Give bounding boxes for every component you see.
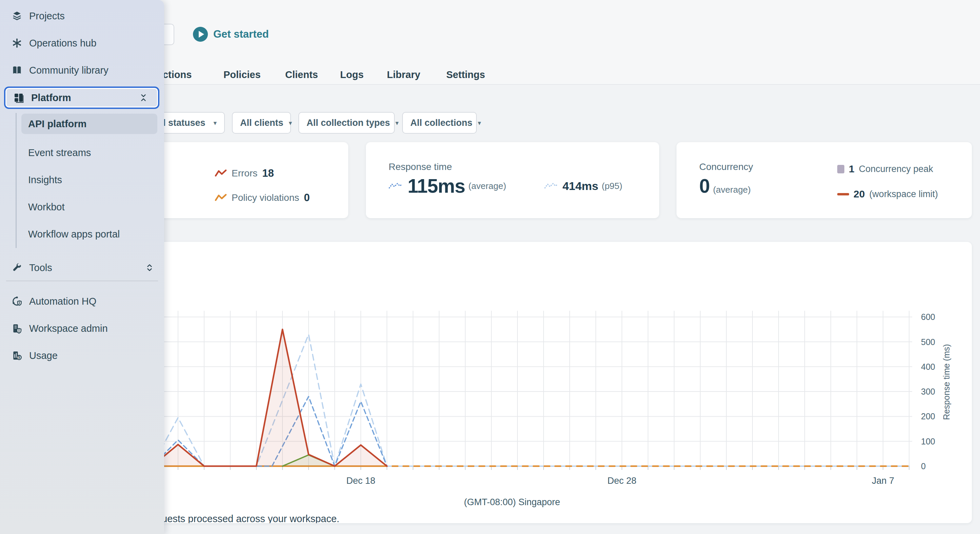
get-started-button[interactable]: Get started xyxy=(193,27,269,42)
concurrency-avg-qualifier: (average) xyxy=(713,185,751,195)
svg-text:400: 400 xyxy=(921,362,935,371)
sidebar-item-workspace-admin[interactable]: Workspace admin xyxy=(0,317,164,339)
sidebar-subitem-label: Event streams xyxy=(28,147,91,158)
policy-violations-label: Policy violations xyxy=(232,192,299,203)
p95-response-qualifier: (p95) xyxy=(602,181,623,191)
svg-text:Jan 7: Jan 7 xyxy=(872,476,894,486)
sidebar-item-label: Automation HQ xyxy=(29,296,96,307)
concurrency-card: Concurrency 0 (average) 1 Concurrency pe… xyxy=(676,142,972,218)
expand-icon[interactable] xyxy=(145,263,154,272)
errors-value: 18 xyxy=(262,167,274,180)
workspace-limit-value: 20 xyxy=(854,188,865,200)
filter-all-collection-types[interactable]: All collection types ▾ xyxy=(298,112,395,134)
filter-label: All collections xyxy=(410,118,473,128)
sidebar-subitem-event-streams[interactable]: Event streams xyxy=(21,142,158,163)
response-time-card: Response time 115ms (average) 414ms (p95… xyxy=(366,142,659,218)
chart-title-fragment: uests processed across your workspace. xyxy=(162,513,339,523)
chevron-down-icon: ▾ xyxy=(213,119,217,127)
tab-clients[interactable]: Clients xyxy=(285,69,318,80)
errors-card: Errors 18 Policy violations 0 xyxy=(142,142,348,218)
p95-response-trend-icon xyxy=(544,182,558,190)
concurrency-avg-value: 0 xyxy=(699,175,710,197)
filter-all-collections[interactable]: All collections ▾ xyxy=(402,112,477,134)
sidebar-item-projects[interactable]: Projects xyxy=(0,5,164,27)
automation-hq-icon xyxy=(11,295,23,307)
sidebar-subitem-label: Workbot xyxy=(28,201,64,213)
p95-response-value: 414ms xyxy=(563,180,598,193)
submenu-guide-line xyxy=(16,113,17,248)
tab-logs[interactable]: Logs xyxy=(340,69,364,80)
concurrency-peak-value: 1 xyxy=(849,163,854,175)
filter-label: All collection types xyxy=(307,118,390,128)
usage-icon: $ xyxy=(11,350,23,361)
concurrency-peak-icon xyxy=(837,165,844,173)
chart-timezone-label: (GMT-08:00) Singapore xyxy=(444,497,580,507)
sidebar-item-platform[interactable]: Platform xyxy=(4,86,159,109)
sidebar-item-label: Community library xyxy=(29,65,108,76)
sidebar-subitem-insights[interactable]: Insights xyxy=(21,170,158,190)
workspace-limit-icon xyxy=(837,193,849,195)
svg-text:600: 600 xyxy=(921,312,935,322)
sidebar-subitem-label: API platform xyxy=(28,118,86,129)
sidebar-item-label: Projects xyxy=(29,11,65,22)
policy-violations-trend-icon xyxy=(215,194,227,202)
projects-icon xyxy=(11,10,23,22)
book-icon xyxy=(11,64,23,76)
sidebar-item-operations-hub[interactable]: Operations hub xyxy=(0,32,164,54)
sidebar-item-label: Workspace admin xyxy=(29,323,108,334)
sidebar-item-label: Tools xyxy=(29,262,52,273)
svg-text:100: 100 xyxy=(921,437,935,446)
sidebar-divider xyxy=(6,281,158,281)
filter-label: All clients xyxy=(240,118,283,128)
filter-all-clients[interactable]: All clients ▾ xyxy=(232,112,291,134)
sidebar-subitem-api-platform[interactable]: API platform xyxy=(21,114,158,134)
requests-chart[interactable]: 0100200300400500600Dec 18Dec 28Jan 7Resp… xyxy=(142,242,972,523)
navigation-sidebar: Projects Operations hub Community librar… xyxy=(0,0,164,534)
chevron-down-icon: ▾ xyxy=(289,119,292,127)
sidebar-item-label: Operations hub xyxy=(29,38,96,49)
svg-text:0: 0 xyxy=(921,461,926,471)
sidebar-item-usage[interactable]: $ Usage xyxy=(0,345,164,367)
workspace-limit-label: (workspace limit) xyxy=(869,189,938,199)
errors-label: Errors xyxy=(232,168,258,179)
requests-chart-card: 0100200300400500600Dec 18Dec 28Jan 7Resp… xyxy=(142,242,972,523)
sidebar-item-community-library[interactable]: Community library xyxy=(0,59,164,81)
policy-violations-value: 0 xyxy=(304,192,310,204)
tab-library[interactable]: Library xyxy=(387,69,420,80)
wrench-icon xyxy=(11,262,23,273)
sidebar-item-tools[interactable]: Tools xyxy=(0,257,164,279)
sidebar-subitem-workbot[interactable]: Workbot xyxy=(21,197,158,217)
sidebar-item-label: Usage xyxy=(29,350,58,361)
collapse-icon[interactable] xyxy=(139,93,148,102)
operations-hub-icon xyxy=(11,37,23,49)
avg-response-value: 115ms xyxy=(407,175,465,197)
chevron-down-icon: ▾ xyxy=(478,119,481,127)
svg-text:300: 300 xyxy=(921,387,935,396)
svg-text:$: $ xyxy=(18,355,20,359)
concurrency-title: Concurrency xyxy=(699,161,753,172)
svg-text:500: 500 xyxy=(921,337,935,347)
sidebar-subitem-label: Workflow apps portal xyxy=(28,229,120,240)
play-circle-icon xyxy=(193,27,208,42)
platform-grid-icon xyxy=(13,92,24,104)
response-time-title: Response time xyxy=(388,161,452,172)
svg-text:Response time (ms): Response time (ms) xyxy=(942,344,951,420)
get-started-label: Get started xyxy=(213,28,269,40)
sidebar-subitem-label: Insights xyxy=(28,174,62,186)
svg-text:200: 200 xyxy=(921,411,935,421)
workspace-admin-icon xyxy=(11,323,23,334)
sidebar-subitem-workflow-apps-portal[interactable]: Workflow apps portal xyxy=(21,224,158,244)
concurrency-peak-label: Concurrency peak xyxy=(859,164,933,174)
sidebar-item-automation-hq[interactable]: Automation HQ xyxy=(0,290,164,312)
chevron-down-icon: ▾ xyxy=(395,119,399,127)
sidebar-item-label: Platform xyxy=(31,92,71,104)
errors-trend-icon xyxy=(215,169,227,177)
tab-policies[interactable]: Policies xyxy=(223,69,261,80)
avg-response-qualifier: (average) xyxy=(468,181,506,191)
svg-text:Dec 28: Dec 28 xyxy=(607,476,636,486)
avg-response-trend-icon xyxy=(388,182,403,190)
tab-settings[interactable]: Settings xyxy=(446,69,485,80)
svg-text:Dec 18: Dec 18 xyxy=(346,476,375,486)
